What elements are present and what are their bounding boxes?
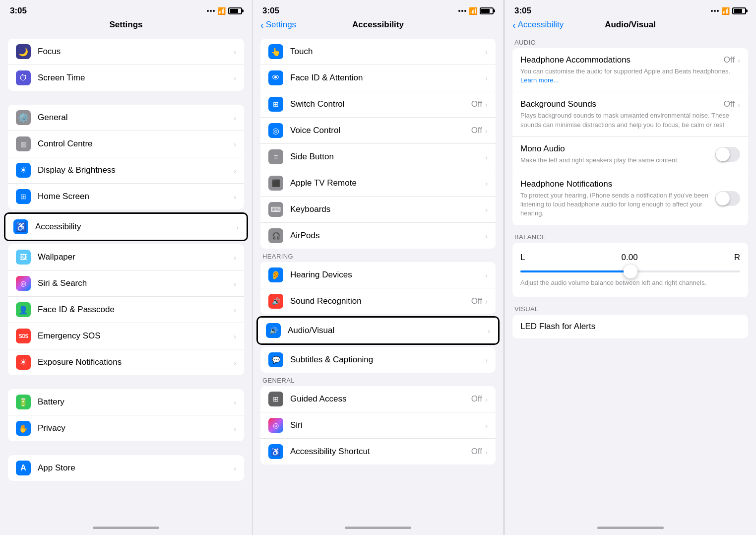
headphone-accommodations-item[interactable]: Headphone Accommodations Off › You can c… [512, 48, 748, 92]
settings-item-audio-visual[interactable]: 🔊 Audio/Visual › [258, 318, 498, 343]
settings-item-subtitles[interactable]: 💬 Subtitles & Captioning › [260, 347, 496, 373]
settings-item-general[interactable]: ⚙️ General › [8, 105, 244, 131]
siri-icon: ◎ [16, 276, 31, 291]
mono-audio-toggle[interactable] [715, 147, 740, 162]
guided-access-icon: ⊞ [268, 392, 283, 406]
headphone-notif-title: Headphone Notifications [520, 179, 709, 189]
keyboards-label: Keyboards [290, 204, 485, 214]
accessibility-shortcut-icon: ♿ [268, 444, 283, 459]
signal-dots-2 [458, 10, 466, 12]
balance-l-label: L [520, 253, 525, 263]
slider-fill-left [520, 270, 630, 272]
headphone-notifications-item[interactable]: Headphone Notifications To protect your … [512, 172, 748, 225]
settings-item-privacy[interactable]: ✋ Privacy › [8, 415, 244, 441]
headphone-notif-toggle[interactable] [715, 191, 740, 206]
touch-label: Touch [290, 47, 485, 57]
display-brightness-icon: ☀ [16, 163, 31, 178]
panel-accessibility: 3:05 📶 ‹ Settings Accessibility 👆 Touch … [252, 0, 504, 535]
hearing-devices-icon: 👂 [268, 268, 283, 282]
visual-group: LED Flash for Alerts [512, 315, 748, 338]
settings-item-wallpaper[interactable]: 🖼 Wallpaper › [8, 244, 244, 270]
status-icons-3: 📶 [711, 7, 746, 15]
headphone-header: Headphone Accommodations Off › [520, 55, 740, 65]
bg-sounds-title: Background Sounds [520, 99, 596, 109]
nav-title-2: Accessibility [352, 20, 404, 30]
settings-item-touch[interactable]: 👆 Touch › [260, 39, 496, 65]
home-indicator-3 [504, 523, 756, 535]
balance-section: L 0.00 R Adjust the audio volume balance… [512, 243, 748, 297]
settings-item-battery[interactable]: 🔋 Battery › [8, 389, 244, 415]
settings-item-siri-search[interactable]: ◎ Siri & Search › [8, 270, 244, 297]
settings-item-airpods[interactable]: 🎧 AirPods › [260, 223, 496, 249]
settings-item-hearing-devices[interactable]: 👂 Hearing Devices › [260, 262, 496, 288]
status-time-2: 3:05 [262, 6, 279, 16]
accessibility-list: 👆 Touch › 👁 Face ID & Attention › ⊞ Swit… [252, 35, 504, 523]
settings-item-sound-recognition[interactable]: 🔊 Sound Recognition Off › [260, 288, 496, 314]
panel-settings: 3:05 📶 Settings 🌙 Focus › ⏱ Screen Time [0, 0, 252, 535]
privacy-label: Privacy [38, 423, 234, 433]
nav-back-3[interactable]: ‹ Accessibility [512, 20, 564, 30]
side-button-icon: ≡ [268, 149, 283, 164]
headphone-notif-row: Headphone Notifications To protect your … [520, 179, 740, 218]
mono-audio-row: Mono Audio Make the left and right speak… [520, 144, 740, 165]
headphone-notif-text-group: Headphone Notifications To protect your … [520, 179, 709, 218]
settings-item-side-button[interactable]: ≡ Side Button › [260, 144, 496, 170]
exposure-icon: ☀ [16, 355, 31, 370]
home-screen-icon: ⊞ [16, 189, 31, 204]
settings-item-guided-access[interactable]: ⊞ Guided Access Off › [260, 386, 496, 412]
background-sounds-item[interactable]: Background Sounds Off › Plays background… [512, 92, 748, 136]
settings-item-exposure[interactable]: ☀ Exposure Notifications › [8, 349, 244, 375]
general-label: General [38, 113, 234, 123]
balance-slider-thumb[interactable] [624, 265, 637, 278]
wifi-icon: 📶 [217, 7, 226, 15]
accessibility-highlighted-wrapper: ♿ Accessibility › [0, 212, 252, 241]
headphone-title: Headphone Accommodations [520, 55, 630, 65]
signal-dots-3 [711, 10, 719, 12]
emergency-sos-label: Emergency SOS [38, 331, 234, 341]
home-indicator-1 [0, 523, 252, 535]
switch-control-label: Switch Control [290, 99, 471, 109]
mono-audio-desc: Make the left and right speakers play th… [520, 156, 709, 165]
status-time-1: 3:05 [10, 6, 27, 16]
learn-more-link[interactable]: Learn more... [520, 76, 559, 84]
group-general-accessibility: ⊞ Guided Access Off › ◎ Siri › ♿ Accessi… [260, 386, 496, 465]
settings-item-switch-control[interactable]: ⊞ Switch Control Off › [260, 91, 496, 118]
app-store-icon: A [16, 461, 31, 475]
nav-title-1: Settings [109, 20, 142, 30]
settings-item-accessibility-shortcut[interactable]: ♿ Accessibility Shortcut Off › [260, 439, 496, 465]
wifi-icon-3: 📶 [721, 7, 730, 15]
accessibility-shortcut-label: Accessibility Shortcut [290, 447, 471, 457]
switch-control-value: Off [471, 99, 482, 109]
nav-title-3: Audio/Visual [605, 20, 656, 30]
settings-item-apple-tv[interactable]: ⬛ Apple TV Remote › [260, 170, 496, 197]
sound-recognition-value: Off [471, 296, 482, 306]
group-battery-privacy: 🔋 Battery › ✋ Privacy › [8, 389, 244, 441]
nav-back-2[interactable]: ‹ Settings [260, 20, 296, 30]
settings-item-keyboards[interactable]: ⌨ Keyboards › [260, 197, 496, 223]
mono-audio-item[interactable]: Mono Audio Make the left and right speak… [512, 137, 748, 172]
settings-item-focus[interactable]: 🌙 Focus › [8, 39, 244, 65]
led-flash-item[interactable]: LED Flash for Alerts [512, 315, 748, 338]
panel-audio-visual: 3:05 📶 ‹ Accessibility Audio/Visual AUDI… [504, 0, 756, 535]
settings-item-display-brightness[interactable]: ☀ Display & Brightness › [8, 157, 244, 184]
settings-item-face-id-attention[interactable]: 👁 Face ID & Attention › [260, 65, 496, 91]
settings-item-voice-control[interactable]: ◎ Voice Control Off › [260, 118, 496, 144]
audio-section-header: AUDIO [504, 35, 756, 48]
settings-item-emergency-sos[interactable]: SOS Emergency SOS › [8, 323, 244, 349]
settings-item-control-centre[interactable]: ▦ Control Centre › [8, 131, 244, 157]
settings-item-screen-time[interactable]: ⏱ Screen Time › [8, 65, 244, 91]
settings-item-siri-accessibility[interactable]: ◎ Siri › [260, 412, 496, 439]
voice-control-label: Voice Control [290, 126, 471, 135]
face-id-attention-icon: 👁 [268, 70, 283, 85]
guided-access-label: Guided Access [290, 394, 471, 404]
balance-value: 0.00 [622, 253, 638, 263]
mono-audio-title: Mono Audio [520, 144, 709, 154]
settings-item-accessibility[interactable]: ♿ Accessibility › [5, 214, 247, 240]
nav-back-arrow-3: ‹ [512, 20, 516, 30]
headphone-value: Off [724, 55, 735, 65]
privacy-icon: ✋ [16, 421, 31, 436]
settings-item-home-screen[interactable]: ⊞ Home Screen › [8, 184, 244, 209]
bg-sounds-value: Off [724, 99, 735, 109]
settings-item-face-id-passcode[interactable]: 👤 Face ID & Passcode › [8, 297, 244, 323]
settings-item-app-store[interactable]: A App Store › [8, 455, 244, 481]
